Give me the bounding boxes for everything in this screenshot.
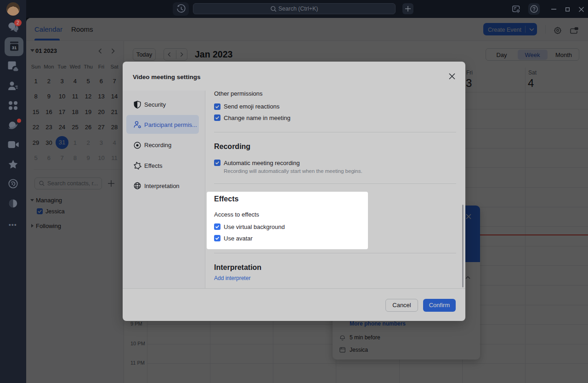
svg-text:31: 31 xyxy=(12,45,17,50)
